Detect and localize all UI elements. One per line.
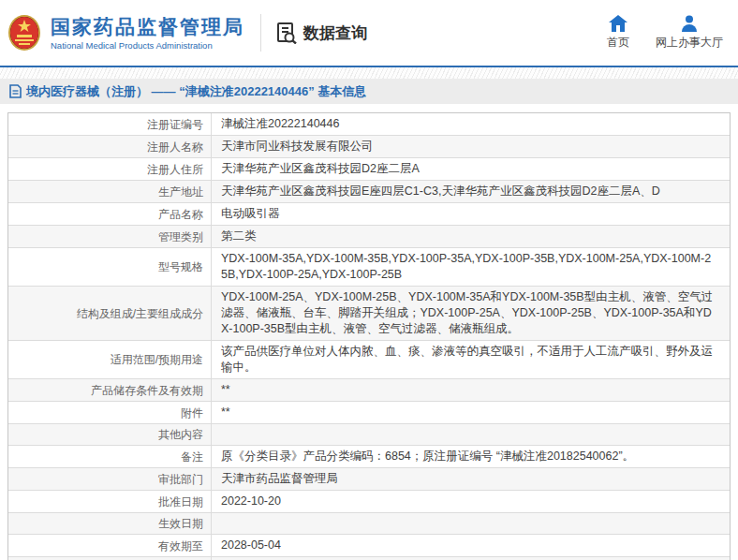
header-divider — [260, 14, 261, 52]
row-value: 第二类 — [212, 226, 730, 247]
nav-item-service-hall[interactable]: 网上办事大厅 — [656, 15, 723, 51]
registration-info-table: 注册证编号 津械注准20222140446 注册人名称 天津市同业科技发展有限公… — [7, 112, 731, 560]
nmpa-logo[interactable]: 国家药品监督管理局 National Medical Products Admi… — [0, 14, 244, 52]
table-row: 其他内容 — [8, 423, 730, 445]
table-row: 注册证编号 津械注准20222140446 — [8, 113, 730, 135]
table-row: 生效日期 — [8, 512, 730, 534]
table-row: 适用范围/预期用途 该产品供医疗单位对人体内脓、血、痰、渗液等的真空吸引，不适用… — [8, 340, 730, 378]
table-row: 有效期至 2028-05-04 — [8, 534, 730, 556]
row-value: YDX-100M-35A,YDX-100M-35B,YDX-100P-35A,Y… — [212, 248, 730, 286]
row-value — [212, 513, 730, 534]
row-label: 注册证编号 — [8, 113, 212, 135]
data-query-label: 数据查询 — [303, 22, 367, 44]
table-row: 结构及组成/主要组成成分 YDX-100M-25A、YDX-100M-25B、Y… — [8, 286, 730, 340]
table-row: 变更情况 — [8, 556, 730, 560]
table-row: 附件 ** — [8, 401, 730, 423]
table-row: 备注 原《分类目录》产品分类编码：6854；原注册证编号 “津械注准201825… — [8, 445, 730, 467]
table-row: 生产地址 天津华苑产业区鑫茂科技园E座四层C1-C3,天津华苑产业区鑫茂科技园D… — [8, 180, 730, 202]
row-value: 津械注准20222140446 — [212, 113, 730, 135]
page-title: 境内医疗器械（注册） —— “津械注准20222140446” 基本信息 — [26, 83, 366, 100]
row-value: ** — [212, 402, 730, 423]
row-value: 2028-05-04 — [212, 535, 730, 556]
row-label: 生产地址 — [8, 181, 212, 202]
table-row: 管理类别 第二类 — [8, 225, 730, 247]
row-label: 有效期至 — [8, 535, 212, 556]
row-label: 备注 — [8, 446, 212, 467]
user-icon — [681, 15, 698, 32]
table-row: 产品储存条件及有效期 ** — [8, 378, 730, 401]
row-label: 注册人名称 — [8, 136, 212, 157]
row-label: 审批部门 — [8, 468, 212, 490]
row-label: 型号规格 — [8, 248, 212, 286]
table-row: 产品名称 电动吸引器 — [8, 202, 730, 225]
row-value: 该产品供医疗单位对人体内脓、血、痰、渗液等的真空吸引，不适用于人工流产吸引、野外… — [212, 341, 730, 378]
row-value: YDX-100M-25A、YDX-100M-25B、YDX-100M-35A和Y… — [212, 287, 730, 340]
page-title-bar: 境内医疗器械（注册） —— “津械注准20222140446” 基本信息 — [0, 79, 738, 104]
row-value: 2022-10-20 — [212, 491, 730, 512]
row-value — [212, 424, 730, 445]
row-label: 附件 — [8, 402, 212, 423]
row-value: 天津市同业科技发展有限公司 — [212, 136, 730, 157]
row-value: 天津华苑产业区鑫茂科技园E座四层C1-C3,天津华苑产业区鑫茂科技园D2座二层A… — [212, 181, 730, 202]
row-label: 结构及组成/主要组成成分 — [8, 287, 212, 340]
site-header: 国家药品监督管理局 National Medical Products Admi… — [0, 0, 738, 66]
nav-label: 首页 — [607, 35, 629, 51]
table-row: 批准日期 2022-10-20 — [8, 490, 730, 512]
national-emblem-icon — [7, 14, 41, 52]
org-name-zh: 国家药品监督管理局 — [51, 15, 244, 39]
row-value: 天津市药品监督管理局 — [212, 468, 730, 490]
row-label: 适用范围/预期用途 — [8, 341, 212, 378]
header-nav: 首页 网上办事大厅 — [607, 15, 723, 51]
table-row: 注册人名称 天津市同业科技发展有限公司 — [8, 135, 730, 157]
org-name-en: National Medical Products Administration — [51, 40, 244, 52]
page: 国家药品监督管理局 National Medical Products Admi… — [0, 0, 738, 560]
row-value: 电动吸引器 — [212, 203, 730, 225]
row-label: 注册人住所 — [8, 158, 212, 180]
nav-label: 网上办事大厅 — [656, 35, 723, 51]
row-label: 生效日期 — [8, 513, 212, 534]
row-value: 原《分类目录》产品分类编码：6854；原注册证编号 “津械注准201825400… — [212, 446, 730, 467]
table-row: 型号规格 YDX-100M-35A,YDX-100M-35B,YDX-100P-… — [8, 247, 730, 286]
home-icon — [609, 15, 627, 32]
nav-item-home[interactable]: 首页 — [607, 15, 629, 51]
texture-strip — [0, 67, 738, 79]
row-label: 产品名称 — [8, 203, 212, 225]
data-query-section[interactable]: 数据查询 — [275, 22, 367, 44]
table-row: 注册人住所 天津华苑产业区鑫茂科技园D2座二层A — [8, 157, 730, 180]
row-label: 产品储存条件及有效期 — [8, 379, 212, 401]
table-row: 审批部门 天津市药品监督管理局 — [8, 467, 730, 490]
document-search-icon — [275, 22, 298, 44]
row-value: 天津华苑产业区鑫茂科技园D2座二层A — [212, 158, 730, 180]
row-value: ** — [212, 379, 730, 401]
row-label: 批准日期 — [8, 491, 212, 512]
row-label: 其他内容 — [8, 424, 212, 445]
row-label: 管理类别 — [8, 226, 212, 247]
document-icon — [9, 84, 22, 98]
org-names: 国家药品监督管理局 National Medical Products Admi… — [51, 15, 244, 52]
